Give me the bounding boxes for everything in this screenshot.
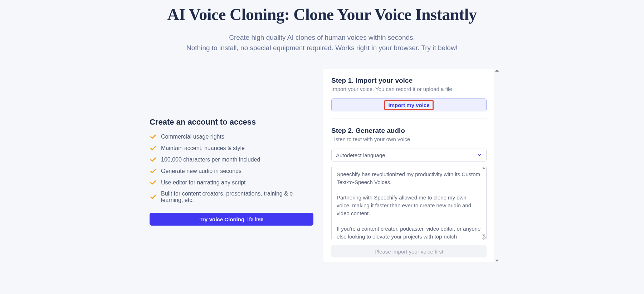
import-my-voice-button[interactable]: Import my voice	[331, 98, 487, 111]
check-icon	[150, 133, 157, 140]
feature-list: Commercial usage rights Maintain accent,…	[150, 133, 313, 203]
script-textarea-wrap	[331, 166, 487, 240]
step1-subtitle: Import your voice. You can record it or …	[331, 86, 487, 92]
left-panel: Create an account to access Commercial u…	[150, 69, 313, 226]
chevron-down-icon	[477, 153, 482, 158]
feature-item: 100,000 characters per month included	[150, 156, 313, 163]
scroll-down-icon	[495, 260, 499, 262]
feature-label: Use editor for narrating any script	[161, 179, 246, 186]
subtitle-line1: Create high quality AI clones of human v…	[229, 34, 415, 41]
cta-sub-label: It's free	[247, 216, 263, 222]
generate-disabled-label: Please import your voice first	[375, 249, 444, 255]
panel-scrollbar[interactable]	[494, 69, 499, 262]
page-title: AI Voice Cloning: Clone Your Voice Insta…	[0, 5, 644, 24]
feature-label: Generate new audio in seconds	[161, 168, 241, 174]
check-icon	[150, 168, 157, 175]
language-select[interactable]: Autodetect language	[331, 149, 487, 162]
feature-item: Use editor for narrating any script	[150, 179, 313, 186]
import-my-voice-label: Import my voice	[384, 100, 433, 110]
step2-subtitle: Listen to text with your own voice	[331, 136, 487, 142]
subtitle-line2: Nothing to install, no special equipment…	[186, 44, 458, 52]
check-icon	[150, 145, 157, 152]
feature-label: Maintain accent, nuances & style	[161, 145, 245, 151]
create-account-heading: Create an account to access	[150, 117, 313, 127]
scroll-up-icon	[495, 69, 499, 72]
feature-item: Built for content creators, presentation…	[150, 191, 313, 203]
feature-item: Commercial usage rights	[150, 133, 313, 140]
cta-main-label: Try Voice Cloning	[199, 216, 244, 222]
page-subtitle: Create high quality AI clones of human v…	[0, 33, 644, 53]
wizard-panel: Step 1. Import your voice Import your vo…	[323, 69, 494, 262]
feature-label: Built for content creators, presentation…	[161, 191, 313, 203]
feature-item: Generate new audio in seconds	[150, 168, 313, 175]
feature-label: 100,000 characters per month included	[161, 156, 260, 163]
feature-label: Commercial usage rights	[161, 134, 224, 140]
step1-title: Step 1. Import your voice	[331, 77, 487, 85]
try-voice-cloning-button[interactable]: Try Voice Cloning It's free	[150, 213, 313, 226]
step2-title: Step 2. Generate audio	[331, 127, 487, 135]
language-selected-label: Autodetect language	[336, 152, 385, 158]
feature-item: Maintain accent, nuances & style	[150, 145, 313, 152]
check-icon	[150, 193, 157, 201]
check-icon	[150, 179, 157, 186]
script-textarea[interactable]	[332, 166, 486, 240]
generate-disabled-bar: Please import your voice first	[331, 245, 487, 257]
divider	[331, 119, 487, 119]
check-icon	[150, 156, 157, 163]
